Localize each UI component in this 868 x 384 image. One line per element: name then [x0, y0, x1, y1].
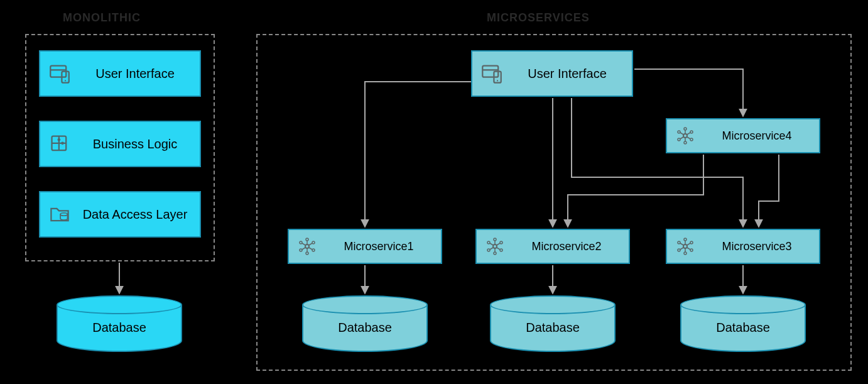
- monolithic-layer-data-label: Data Access Layer: [79, 207, 191, 222]
- monolithic-layer-data: Data Access Layer: [39, 191, 201, 238]
- microservice-2: Microservice2: [475, 229, 630, 264]
- microservice-1: Microservice1: [288, 229, 442, 264]
- microservice-2-database-label: Database: [490, 321, 616, 335]
- microservice-3-label: Microservice3: [703, 240, 810, 253]
- microservice-4: Microservice4: [666, 118, 820, 153]
- microservice-1-database: Database: [302, 295, 428, 352]
- monolithic-database: Database: [57, 295, 182, 352]
- microservices-user-interface-label: User Interface: [511, 67, 623, 81]
- monolithic-layer-logic-label: Business Logic: [79, 137, 191, 151]
- ui-icon: [49, 63, 70, 84]
- service-icon: [676, 237, 695, 256]
- microservice-1-database-label: Database: [302, 321, 428, 335]
- microservice-3-database-label: Database: [680, 321, 806, 335]
- microservice-1-label: Microservice1: [325, 240, 432, 253]
- microservices-user-interface: User Interface: [471, 50, 633, 97]
- monolithic-title: MONOLITHIC: [63, 11, 141, 25]
- microservice-3: Microservice3: [666, 229, 820, 264]
- microservice-3-database: Database: [680, 295, 806, 352]
- monolithic-layer-ui: User Interface: [39, 50, 201, 97]
- service-icon: [676, 126, 695, 145]
- monolithic-layer-logic: Business Logic: [39, 121, 201, 167]
- monolithic-database-label: Database: [57, 321, 182, 335]
- puzzle-icon: [49, 133, 70, 155]
- microservice-2-database: Database: [490, 295, 616, 352]
- monolithic-layer-ui-label: User Interface: [79, 67, 191, 81]
- microservice-4-label: Microservice4: [703, 129, 810, 143]
- ui-icon: [481, 63, 502, 84]
- microservice-2-label: Microservice2: [513, 240, 620, 253]
- folder-db-icon: [49, 204, 70, 225]
- microservices-title: MICROSERVICES: [487, 11, 590, 25]
- service-icon: [486, 237, 504, 256]
- service-icon: [298, 237, 317, 256]
